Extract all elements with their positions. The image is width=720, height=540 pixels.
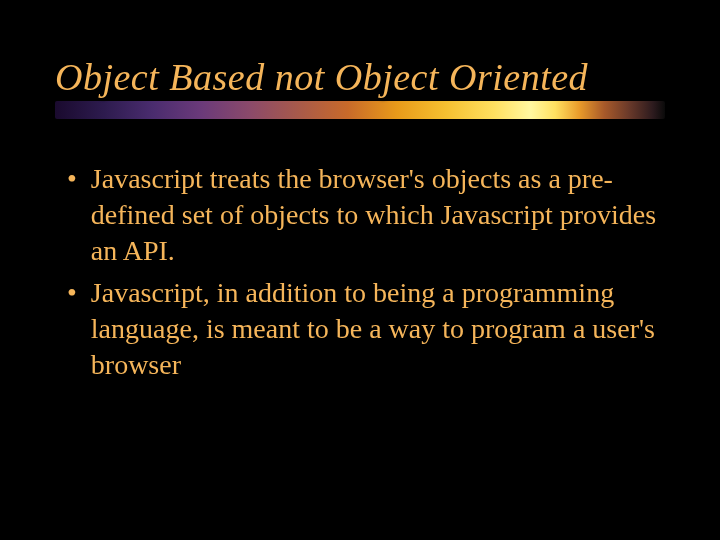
bullet-marker-icon: • xyxy=(67,161,77,197)
title-underline xyxy=(55,101,665,119)
bullet-item: • Javascript, in addition to being a pro… xyxy=(67,275,665,383)
slide-content: • Javascript treats the browser's object… xyxy=(55,161,665,383)
bullet-item: • Javascript treats the browser's object… xyxy=(67,161,665,269)
slide-title: Object Based not Object Oriented xyxy=(55,55,665,99)
bullet-text: Javascript treats the browser's objects … xyxy=(91,161,665,269)
bullet-text: Javascript, in addition to being a progr… xyxy=(91,275,665,383)
bullet-marker-icon: • xyxy=(67,275,77,311)
slide-container: Object Based not Object Oriented • Javas… xyxy=(0,0,720,540)
